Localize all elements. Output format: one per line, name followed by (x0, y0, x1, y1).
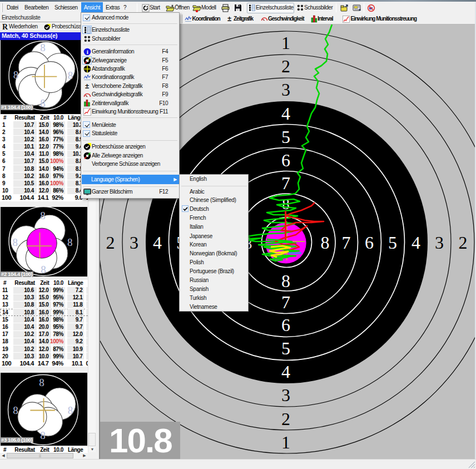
svg-text:1: 1 (281, 432, 290, 452)
svg-text:3: 3 (281, 385, 290, 405)
svg-text:8: 8 (13, 69, 19, 81)
svg-text:4: 4 (281, 362, 290, 382)
svg-text:8: 8 (41, 263, 46, 275)
svg-text:8: 8 (40, 429, 46, 441)
svg-text:8: 8 (12, 236, 18, 248)
svg-text:8: 8 (321, 233, 330, 253)
svg-text:8: 8 (40, 209, 46, 221)
svg-text:8: 8 (39, 376, 44, 388)
svg-text:6: 6 (365, 233, 374, 253)
svg-text:3: 3 (281, 80, 290, 100)
svg-text:4: 4 (153, 233, 162, 253)
svg-text:5: 5 (281, 127, 290, 147)
svg-text:3: 3 (130, 233, 138, 253)
svg-text:3: 3 (435, 233, 444, 253)
svg-text:8: 8 (281, 271, 290, 291)
svg-text:8: 8 (67, 236, 73, 248)
svg-text:5: 5 (388, 233, 397, 253)
svg-text:i: i (87, 48, 88, 55)
svg-text:7: 7 (281, 292, 290, 312)
svg-text:8: 8 (40, 97, 46, 108)
svg-text:8: 8 (68, 70, 73, 81)
svg-text:2: 2 (281, 409, 290, 429)
svg-text:1: 1 (281, 33, 290, 53)
svg-text:7: 7 (342, 233, 351, 253)
svg-text:5: 5 (281, 338, 290, 358)
svg-text:7: 7 (281, 173, 290, 193)
svg-text:4: 4 (411, 233, 420, 253)
svg-text:2: 2 (106, 233, 115, 253)
svg-text:8: 8 (40, 41, 46, 53)
svg-text:2: 2 (281, 56, 290, 76)
svg-text:4: 4 (281, 103, 290, 124)
svg-text:6: 6 (281, 315, 290, 335)
svg-text:8: 8 (68, 404, 73, 416)
svg-text:2: 2 (459, 233, 468, 253)
svg-text:6: 6 (281, 150, 290, 170)
svg-text:8: 8 (13, 404, 18, 416)
